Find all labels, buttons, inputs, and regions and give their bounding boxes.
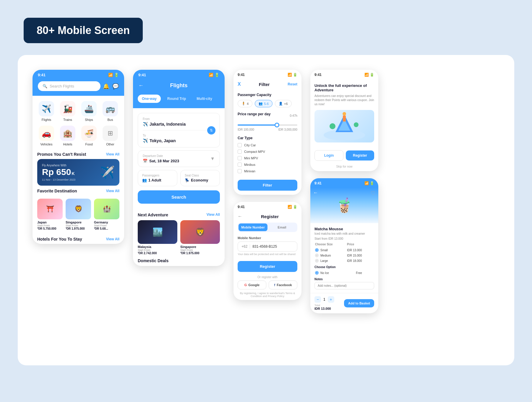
add-to-basket-button[interactable]: Add to Basket — [344, 299, 374, 307]
phone-main: 9:41 📶 🔋 🔍 Search Flights 🔔 💬 ✈️ Flights… — [33, 70, 124, 244]
chip-plus6[interactable]: 👤 +6 — [275, 100, 292, 107]
price-slider[interactable] — [238, 124, 297, 126]
qty-decrease-button[interactable]: − — [314, 296, 321, 303]
checkbox-mini[interactable] — [238, 156, 242, 160]
tab-email[interactable]: Email — [267, 223, 296, 231]
price-range-label: Price range per day — [238, 112, 270, 116]
back-arrow[interactable]: ← — [138, 82, 144, 89]
car-type-compact[interactable]: Compact MPV — [238, 150, 297, 154]
promos-view-all[interactable]: View All — [106, 152, 119, 156]
size-large-price: IDR 18.000 — [347, 258, 374, 263]
adventure-skip[interactable]: Skip for now — [310, 165, 378, 171]
checkbox-minibus[interactable] — [238, 163, 242, 167]
product-price-label: Start from IDR 13.000 — [314, 237, 374, 240]
checkbox-minivan[interactable] — [238, 169, 242, 173]
option-noice[interactable]: No Ice Free — [315, 270, 374, 275]
search-flights-button[interactable]: Search — [138, 190, 220, 204]
capacity-chips: 🧍 4 👥 5-6 👤 +6 — [238, 100, 297, 107]
cat-vehicles[interactable]: 🚗 Vehicles — [37, 126, 56, 146]
car-type-city-label: City Car — [244, 143, 256, 147]
flights-title: Flights — [170, 82, 188, 89]
favorite-view-all[interactable]: View All — [106, 189, 119, 193]
seat-box[interactable]: Seat Class 💺 Economy — [180, 170, 220, 186]
route-box: From ✈️ Jakarta, Indonesia To ✈️ Tokyo, … — [138, 113, 220, 147]
swap-button[interactable]: ⇅ — [207, 126, 215, 134]
chip-4-label: 4 — [247, 102, 249, 106]
to-city: ✈️ Tokyo, Japan — [143, 138, 215, 143]
adventure-register-button[interactable]: Register — [346, 150, 374, 161]
passengers-val: 👥 1 Adult — [142, 178, 173, 182]
date-box[interactable]: Departure Date 📅 Sat, 18 Mar 2023 ▼ — [138, 150, 220, 167]
dest-germany[interactable]: 🏰 Germany Start From IDR 5.68... — [94, 199, 119, 230]
size-medium[interactable]: Medium IDR 15.000 — [315, 253, 374, 258]
cat-bus[interactable]: 🚌 Bus — [100, 101, 120, 121]
status-bar-flights: 9:41 📶 🔋 — [133, 70, 225, 79]
reset-filter-button[interactable]: Reset — [288, 82, 297, 86]
hero-badge: 80+ Mobile Screen — [0, 0, 532, 55]
product-desc: Iced matcha tea with milk and creamer — [314, 232, 374, 235]
screens-container: 9:41 📶 🔋 🔍 Search Flights 🔔 💬 ✈️ Flights… — [18, 55, 514, 365]
back-arrow-register[interactable]: ← — [238, 214, 242, 219]
checkbox-compact[interactable] — [238, 150, 242, 154]
car-type-minivan[interactable]: Minivan — [238, 169, 297, 173]
promo-k: K — [72, 171, 74, 176]
dest-singapore[interactable]: 🦁 Singapore Start From IDR 1.975.000 — [66, 199, 91, 230]
google-button[interactable]: G Google — [238, 281, 266, 289]
phone-input[interactable]: +62 831-4568-B125 — [238, 241, 297, 252]
qty-increase-button[interactable]: + — [328, 296, 334, 303]
tab-mobile[interactable]: Mobile Number — [239, 223, 267, 231]
calendar-icon: 📅 — [143, 159, 147, 163]
dest-singapore2[interactable]: 🦁 Singapore Start From IDR 1.975.000 — [180, 220, 220, 255]
cat-hotels[interactable]: 🏨 Hotels — [58, 126, 77, 146]
hotels-view-all[interactable]: View All — [106, 237, 119, 241]
slider-thumb[interactable] — [275, 123, 279, 127]
japan-image: ⛩️ — [37, 199, 63, 219]
back-arrow-matcha[interactable]: ← — [313, 190, 318, 195]
radio-large — [315, 259, 319, 262]
bell-icon[interactable]: 🔔 — [103, 83, 109, 90]
facebook-button[interactable]: f Facebook — [269, 281, 297, 289]
chip-4[interactable]: 🧍 4 — [238, 100, 252, 107]
close-filter-button[interactable]: X — [238, 82, 241, 87]
malaysia-price: IDR 2.742.000 — [138, 252, 177, 255]
price-slider-fill — [238, 124, 279, 126]
status-bar-register: 9:41 📶 🔋 — [233, 202, 301, 211]
next-adventure-title: Next Adventure — [138, 213, 168, 217]
passengers-box[interactable]: Passenggers 👥 1 Adult — [138, 170, 177, 186]
search-input-main[interactable]: 🔍 Search Flights — [38, 81, 100, 91]
singapore2-from: Start From — [180, 249, 220, 252]
google-label: Google — [248, 283, 259, 287]
dest-japan[interactable]: ⛩️ Japan Start From IDR 5.750.000 — [37, 199, 63, 230]
qty-control: − 1 + — [314, 296, 334, 303]
register-button[interactable]: Register — [238, 261, 297, 272]
car-type-mini[interactable]: Mini MPV — [238, 156, 297, 160]
next-adventure-view-all[interactable]: View All — [207, 213, 220, 217]
cat-flights[interactable]: ✈️ Flights — [37, 101, 56, 121]
google-icon: G — [244, 283, 247, 287]
size-small-label: Small — [320, 249, 328, 252]
notes-input[interactable] — [314, 282, 374, 289]
time-flights: 9:41 — [138, 73, 146, 77]
car-type-minibus[interactable]: Minibus — [238, 163, 297, 167]
status-bar-adventure: 9:41 📶 🔋 — [310, 70, 378, 79]
size-small[interactable]: Small IDR 13.000 — [315, 248, 374, 252]
checkbox-city[interactable] — [238, 143, 242, 147]
cat-trains[interactable]: 🚂 Trains — [58, 101, 77, 121]
singapore-from: Start From — [66, 224, 91, 227]
cat-food[interactable]: 🍜 Food — [79, 126, 99, 146]
heart-icon[interactable]: ♡ — [371, 190, 375, 197]
adventure-login-button[interactable]: Login — [314, 150, 343, 161]
dest-malaysia[interactable]: 🏙️ Malaysia Start From IDR 2.742.000 — [138, 220, 177, 255]
cat-other[interactable]: ⊞ Other — [100, 126, 120, 146]
chip-5-6[interactable]: 👥 5-6 — [255, 100, 273, 107]
radio-small — [315, 248, 319, 252]
car-type-city[interactable]: City Car — [238, 143, 297, 147]
cat-ships[interactable]: 🚢 Ships — [79, 101, 99, 121]
tab-multicity[interactable]: Multi-city — [192, 95, 216, 103]
size-large[interactable]: Large IDR 18.000 — [315, 258, 374, 263]
tab-roundtrip[interactable]: Round Trip — [163, 95, 190, 103]
message-icon[interactable]: 💬 — [112, 83, 119, 90]
tab-oneway[interactable]: One-way — [138, 95, 161, 103]
filter-apply-button[interactable]: Filter — [238, 180, 297, 191]
signal-filter: 📶 🔋 — [288, 73, 297, 77]
